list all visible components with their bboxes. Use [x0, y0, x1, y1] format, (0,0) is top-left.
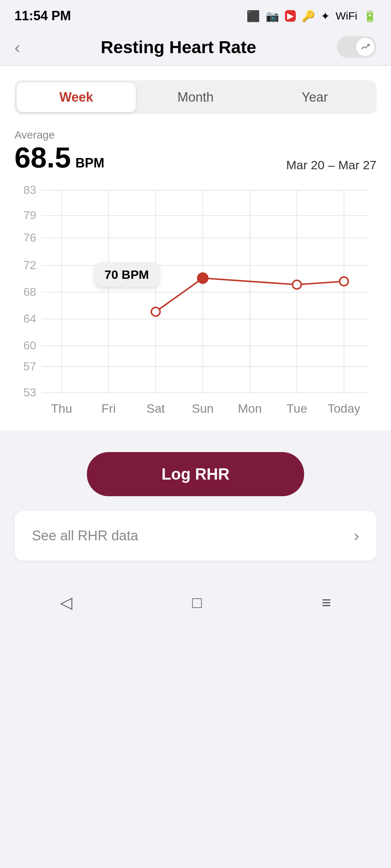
- status-icons: ⬛ 📷 ▶ 🔑 ✦ WiFi 🔋: [247, 10, 377, 22]
- svg-text:Fri: Fri: [101, 401, 116, 415]
- bottom-nav: ◁ □ ≡: [0, 575, 391, 637]
- average-label: Average: [14, 129, 104, 141]
- tab-switcher: Week Month Year: [14, 80, 377, 114]
- trend-toggle[interactable]: [337, 36, 377, 58]
- battery-icon: 🔋: [363, 10, 377, 22]
- average-block: Average 68.5 BPM: [14, 129, 104, 172]
- page-title: Resting Heart Rate: [101, 37, 256, 57]
- nav-home-button[interactable]: □: [171, 586, 224, 619]
- svg-text:79: 79: [23, 209, 36, 222]
- date-range: Mar 20 – Mar 27: [286, 158, 377, 172]
- see-all-label: See all RHR data: [32, 528, 138, 544]
- chart-tooltip: 70 BPM: [94, 263, 159, 287]
- tab-week[interactable]: Week: [17, 82, 136, 112]
- nav-menu-button[interactable]: ≡: [300, 586, 353, 619]
- back-arrow-icon: ‹: [14, 37, 20, 57]
- svg-text:83: 83: [23, 183, 36, 196]
- svg-text:Mon: Mon: [238, 401, 262, 415]
- chart-container: 70 BPM 83 79 76 72 68 64 60 57 53: [14, 183, 377, 430]
- svg-text:60: 60: [23, 339, 36, 352]
- wifi-icon: WiFi: [336, 10, 357, 22]
- average-unit: BPM: [75, 156, 104, 170]
- svg-text:Sun: Sun: [192, 401, 214, 415]
- back-button[interactable]: ‹: [14, 37, 20, 57]
- page-header: ‹ Resting Heart Rate: [0, 29, 391, 65]
- svg-text:Thu: Thu: [51, 401, 72, 415]
- bluetooth-icon: ✦: [321, 10, 330, 22]
- log-rhr-button[interactable]: Log RHR: [87, 452, 304, 496]
- svg-text:Sat: Sat: [146, 401, 165, 415]
- svg-text:57: 57: [23, 360, 36, 373]
- main-content: Week Month Year Average 68.5 BPM Mar 20 …: [0, 66, 391, 430]
- svg-text:53: 53: [23, 386, 36, 399]
- bottom-section: Log RHR See all RHR data ›: [0, 430, 391, 575]
- key-icon: 🔑: [302, 10, 315, 22]
- trend-toggle-knob: [356, 38, 374, 56]
- heart-rate-chart: 83 79 76 72 68 64 60 57 53: [14, 183, 377, 429]
- data-point-sun: [198, 273, 208, 283]
- data-point-tue: [293, 280, 301, 289]
- status-time: 11:54 PM: [14, 8, 71, 24]
- svg-text:76: 76: [23, 231, 36, 244]
- average-value: 68.5: [14, 141, 71, 174]
- camera-icon: 📷: [266, 10, 279, 22]
- chevron-right-icon: ›: [354, 527, 359, 545]
- status-bar: 11:54 PM ⬛ 📷 ▶ 🔑 ✦ WiFi 🔋: [0, 0, 391, 29]
- data-point-today: [340, 277, 348, 286]
- tab-month[interactable]: Month: [136, 82, 255, 112]
- see-all-card[interactable]: See all RHR data ›: [14, 511, 377, 561]
- svg-text:Tue: Tue: [286, 401, 307, 415]
- svg-text:72: 72: [23, 259, 36, 272]
- svg-text:Today: Today: [328, 401, 361, 415]
- screen-record-icon: ⬛: [247, 10, 260, 22]
- tab-year[interactable]: Year: [255, 82, 374, 112]
- nav-back-button[interactable]: ◁: [38, 586, 94, 619]
- stats-row: Average 68.5 BPM Mar 20 – Mar 27: [14, 129, 377, 172]
- data-point-sat: [151, 307, 160, 316]
- video-icon: ▶: [285, 10, 296, 22]
- average-value-row: 68.5 BPM: [14, 143, 104, 172]
- svg-text:68: 68: [23, 285, 36, 298]
- svg-text:64: 64: [23, 312, 36, 325]
